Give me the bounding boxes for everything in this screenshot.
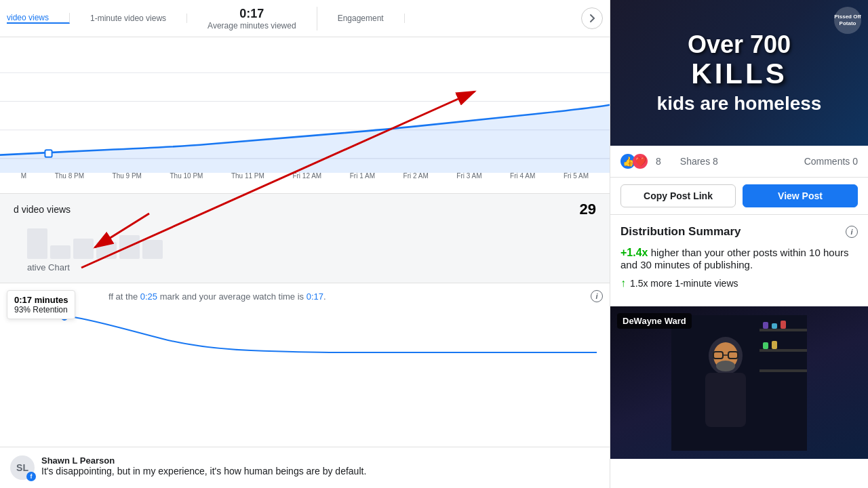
- second-video: DeWayne Ward: [610, 306, 868, 459]
- reaction-count: 8: [656, 156, 661, 167]
- metric-video-views-label: video views: [7, 13, 49, 22]
- action-buttons: Copy Post Link View Post: [610, 178, 868, 215]
- views-label: d video views: [14, 204, 71, 215]
- svg-rect-11: [760, 349, 807, 352]
- distribution-stat2: ↑ 1.5x more 1-minute views: [620, 277, 858, 289]
- commenter-name: Shawn L Pearson: [41, 455, 366, 466]
- avatar-initials: SL: [16, 462, 28, 473]
- retention-mark-link[interactable]: 0:25: [140, 291, 157, 302]
- bar-0: [27, 228, 47, 259]
- time-label-0: M: [21, 172, 26, 180]
- metric-avg-minutes[interactable]: 0:17 Average minutes viewed: [187, 7, 317, 30]
- love-icon: ❤️: [633, 154, 648, 169]
- retention-tooltip-time: 0:17 minutes: [14, 295, 68, 305]
- svg-rect-13: [763, 322, 768, 329]
- facebook-badge: f: [26, 472, 36, 481]
- time-label-2: Thu 9 PM: [113, 172, 142, 180]
- video-kills-text: KILLS: [657, 58, 822, 90]
- distribution-summary: Distribution Summary i +1.4x higher than…: [610, 215, 868, 300]
- streamer-silhouette: [671, 315, 807, 451]
- streamer-image: [610, 306, 868, 459]
- svg-rect-10: [760, 329, 807, 331]
- video-thumbnail: Over 700 KILLS kids are homeless Pissed …: [610, 0, 868, 146]
- shares-text: Shares 8: [680, 156, 718, 167]
- svg-rect-16: [763, 342, 768, 349]
- retention-tooltip-pct: 93% Retention: [14, 305, 68, 314]
- bar-chart: [14, 218, 596, 259]
- retention-avg-link[interactable]: 0:17: [307, 291, 323, 302]
- distribution-stat2-text: 1.5x more 1-minute views: [630, 278, 738, 289]
- view-post-button[interactable]: View Post: [743, 184, 858, 207]
- right-panel: Over 700 KILLS kids are homeless Pissed …: [610, 0, 868, 488]
- bar-4: [119, 235, 140, 259]
- distribution-stat1-text: higher than your other posts within 10 h…: [620, 247, 849, 270]
- video-tagline: kids are homeless: [657, 93, 822, 115]
- time-labels: M Thu 8 PM Thu 9 PM Thu 10 PM Thu 11 PM …: [0, 172, 610, 180]
- video-thumb-text: Over 700 KILLS kids are homeless: [657, 31, 822, 115]
- time-label-7: Fri 2 AM: [403, 172, 429, 180]
- svg-rect-4: [45, 150, 52, 157]
- time-label-9: Fri 4 AM: [510, 172, 535, 180]
- metric-1min-views[interactable]: 1-minute video views: [70, 14, 187, 23]
- svg-rect-14: [772, 323, 777, 329]
- reaction-icons: 👍 ❤️: [620, 154, 648, 169]
- retention-chart-svg: [14, 305, 597, 356]
- brand-name: Pissed Off Potato: [834, 14, 861, 26]
- commenter-avatar: SL f: [10, 455, 35, 480]
- views-count: 29: [580, 201, 596, 218]
- retention-text: ff at the 0:25 mark and your average wat…: [108, 291, 596, 302]
- distribution-info-icon[interactable]: i: [846, 226, 858, 238]
- copy-post-link-button[interactable]: Copy Post Link: [620, 184, 736, 207]
- comments-text: Comments 0: [804, 156, 858, 167]
- bar-3: [96, 242, 117, 259]
- chart-area: M Thu 8 PM Thu 9 PM Thu 10 PM Thu 11 PM …: [0, 37, 610, 193]
- metric-video-views[interactable]: video views: [7, 13, 70, 24]
- svg-rect-17: [772, 341, 777, 349]
- left-panel: video views 1-minute video views 0:17 Av…: [0, 0, 610, 488]
- metrics-bar: video views 1-minute video views 0:17 Av…: [0, 0, 610, 37]
- retention-section: 0:17 minutes 93% Retention i ff at the 0…: [0, 283, 610, 367]
- metric-avg-label: Average minutes viewed: [208, 21, 296, 30]
- time-label-8: Fri 3 AM: [456, 172, 481, 180]
- svg-rect-15: [781, 321, 786, 329]
- metric-1min-label: 1-minute video views: [90, 14, 166, 23]
- time-label-1: Thu 8 PM: [55, 172, 84, 180]
- views-section: d video views 29 ative Chart: [0, 193, 610, 283]
- comment-content: Shawn L Pearson It's disappointing, but …: [41, 455, 366, 476]
- distribution-highlight: +1.4x: [620, 247, 648, 258]
- chart-label: ative Chart: [14, 259, 596, 276]
- retention-mid: mark and your average watch time is: [157, 291, 307, 302]
- distribution-title-text: Distribution Summary: [620, 225, 741, 239]
- streamer-name-badge: DeWayne Ward: [617, 313, 692, 329]
- comment-text: It's disappointing, but in my experience…: [41, 466, 366, 476]
- retention-info-icon[interactable]: i: [591, 290, 603, 302]
- retention-chart: [14, 305, 596, 359]
- up-arrow-icon: ↑: [620, 277, 626, 289]
- svg-point-24: [716, 361, 735, 371]
- line-chart: [0, 44, 610, 173]
- retention-suffix: .: [323, 291, 326, 302]
- reactions-row: 👍 ❤️ 8 Shares 8 Comments 0: [610, 146, 868, 178]
- brand-logo: Pissed Off Potato: [834, 7, 861, 34]
- retention-tooltip: 0:17 minutes 93% Retention: [7, 290, 75, 319]
- distribution-stat1: +1.4x higher than your other posts withi…: [620, 247, 858, 270]
- bar-2: [73, 239, 94, 259]
- video-over700-text: Over 700: [657, 31, 822, 58]
- metric-avg-value: 0:17: [239, 7, 264, 21]
- time-label-4: Thu 11 PM: [231, 172, 264, 180]
- time-label-5: Fri 12 AM: [292, 172, 321, 180]
- retention-prefix: ff at the: [108, 291, 140, 302]
- metric-eng-label: Engagement: [338, 14, 384, 23]
- time-label-6: Fri 1 AM: [350, 172, 375, 180]
- comment-section: SL f Shawn L Pearson It's disappointing,…: [0, 447, 610, 488]
- svg-rect-19: [705, 373, 746, 427]
- metrics-next-arrow[interactable]: [581, 7, 603, 29]
- bar-5: [142, 240, 163, 259]
- distribution-title: Distribution Summary i: [620, 225, 858, 239]
- time-label-3: Thu 10 PM: [170, 172, 203, 180]
- svg-rect-12: [760, 369, 807, 372]
- bar-1: [50, 245, 71, 259]
- time-label-10: Fri 5 AM: [564, 172, 589, 180]
- metric-engagement[interactable]: Engagement: [317, 14, 405, 23]
- second-video-thumb: DeWayne Ward: [610, 306, 868, 459]
